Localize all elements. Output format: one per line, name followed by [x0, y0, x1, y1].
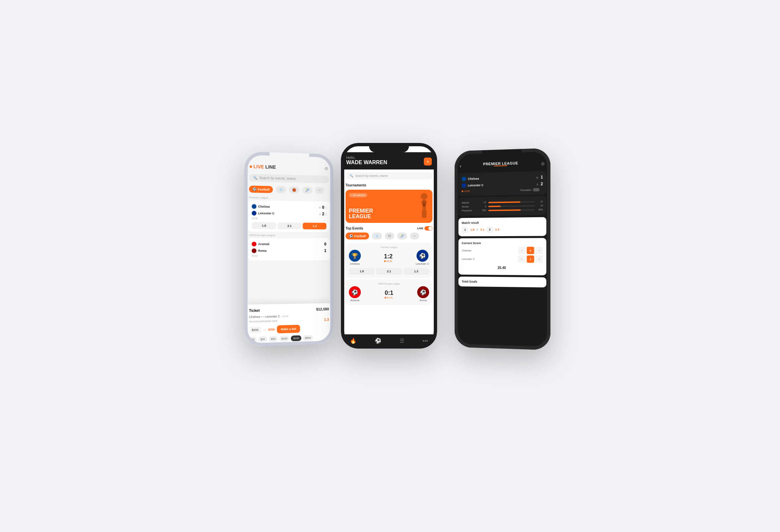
match3-time: 61:41: [385, 296, 393, 299]
translation-row: Translation: [471, 188, 543, 193]
chip-20[interactable]: $20: [258, 336, 267, 342]
leicester-name2: Leicester C: [416, 262, 429, 265]
basketball-icon: 🏀: [292, 188, 296, 192]
svg-rect-5: [424, 210, 427, 218]
nav-more[interactable]: •••: [423, 338, 428, 344]
chip-50[interactable]: $50: [269, 336, 278, 342]
shoots-fill: [488, 206, 500, 207]
phone2-search[interactable]: 🔍 Search by events, teams: [346, 172, 432, 180]
chevron-right-icon: ›: [351, 194, 352, 196]
translation-toggle[interactable]: [533, 188, 540, 192]
odds-1[interactable]: 1.8: [252, 222, 276, 229]
chip-500[interactable]: $500: [303, 335, 313, 341]
arsenal-match-time: 65:00: [252, 254, 326, 258]
football-icon2: ⚽: [349, 234, 353, 238]
shoots-bar: [488, 205, 535, 207]
tennis-icon: 🎾: [305, 188, 309, 192]
odds2-3[interactable]: 1.3: [403, 268, 429, 275]
team-chelsea: Chelsea: [252, 204, 270, 209]
svg-point-0: [421, 193, 428, 200]
filter2-2[interactable]: ❄️: [372, 233, 382, 239]
filter-more[interactable]: ···: [315, 187, 324, 194]
ticket-bet-type: Second participant wins: [249, 319, 278, 323]
cs-team2-opts: 0 1 2: [518, 255, 543, 263]
roma-score-num: 1: [324, 248, 327, 253]
search-icon2: 🔍: [349, 174, 353, 178]
more-icon: ···: [319, 189, 321, 192]
cs-opt-2[interactable]: 2: [518, 247, 525, 254]
cs-team2: Leicester C: [461, 257, 475, 260]
possession-fill: [488, 209, 521, 211]
mr-2[interactable]: 2: [486, 226, 493, 233]
phone1-search[interactable]: 🔍 Search by events, teams: [249, 174, 329, 183]
nav-fire[interactable]: 🔥: [350, 338, 356, 344]
filter-basketball[interactable]: 🏀: [289, 186, 299, 194]
cs-opt-1[interactable]: 1: [527, 255, 534, 263]
roma-score: 1: [324, 248, 327, 253]
cs-opt-4[interactable]: 4: [536, 247, 543, 254]
filter2-football[interactable]: ⚽ Football: [346, 233, 369, 239]
make-bet-button[interactable]: Make a bet: [277, 325, 300, 333]
phone3-match-card: Chelsea O 1 Leicester C 2: [458, 171, 546, 196]
filter2-3[interactable]: 🛡: [385, 233, 394, 239]
p3-leicester-logo: [461, 183, 466, 188]
roma-logo: [252, 248, 256, 253]
leicester-logo2: ⚽: [417, 250, 429, 262]
team-leicester: Leicester C: [252, 211, 274, 216]
cs-opt-3[interactable]: 3: [527, 247, 534, 254]
settings-icon[interactable]: ⚙: [324, 166, 328, 171]
nav-menu[interactable]: ☰: [400, 338, 404, 344]
total-price: 25.40: [461, 264, 543, 272]
p3-leicester-score: 2 2: [537, 182, 543, 186]
match2-league: Premier League: [349, 246, 429, 248]
nav-football[interactable]: ⚽: [375, 338, 381, 344]
filter2-4[interactable]: 🎾: [397, 233, 407, 239]
possession-val2: 30%: [537, 208, 543, 210]
league-title: PREMIER LEAGUE: [483, 161, 518, 166]
filter-football[interactable]: ⚽ Football: [249, 185, 273, 193]
mr-x-odds: 2.1: [480, 228, 484, 231]
live-dot2: [384, 260, 386, 262]
stats-section: Attacks 27 12 Shoots 6 16: [458, 196, 546, 216]
stat-possession: Possesion 70% 30%: [461, 208, 543, 211]
filter2-5[interactable]: ···: [410, 233, 419, 239]
chip-100[interactable]: $100: [279, 336, 290, 342]
mr-1[interactable]: 1: [461, 227, 468, 233]
odds-row: 1.8 2.1 1.3: [252, 222, 326, 230]
filter-football-label: Football: [258, 188, 269, 191]
leicester-score-num: 2: [322, 211, 324, 216]
odds2-1[interactable]: 1.8: [349, 268, 375, 275]
match2-team1: 🏆 Chelsea: [349, 250, 361, 265]
odds-3[interactable]: 1.3: [303, 223, 326, 229]
mr-1-odds: 1.8: [470, 228, 474, 232]
top-events-header: Top Events LIVE: [341, 224, 437, 233]
match2-card-chelsea: Premier League 🏆 Chelsea 1:2 49:30: [346, 243, 432, 278]
chip-200[interactable]: $200: [291, 335, 301, 341]
shoots-val1: 6: [481, 205, 487, 208]
cs-opt-2b[interactable]: 2: [536, 255, 543, 263]
filter-hockey[interactable]: ❄️: [276, 186, 286, 193]
cs-team1-opts: 2 3 4: [518, 247, 543, 254]
odds2-2[interactable]: 2.1: [376, 268, 402, 275]
match2-team2: ⚽ Leicester C: [416, 250, 429, 265]
odds-2[interactable]: 2.1: [278, 223, 301, 230]
match2-card-arsenal: UEFA Europa League ⚽ Arsenal 0:1 61:41: [346, 279, 432, 305]
svg-rect-4: [422, 210, 424, 218]
phone1-header: LIVE LINE ⚙: [244, 161, 334, 174]
p3-team-leicester: Leicester C: [461, 183, 484, 188]
live-toggle[interactable]: LIVE: [417, 226, 432, 231]
calc-from[interactable]: $200: [249, 326, 261, 333]
tournament-banner[interactable]: › All matches PREMIERLEAGUE: [346, 190, 432, 223]
mr-x: X: [476, 228, 478, 231]
player-silhouette: [399, 190, 432, 223]
add-button[interactable]: +: [424, 157, 432, 165]
filter-tennis[interactable]: 🎾: [302, 187, 313, 194]
settings-icon3[interactable]: ⚙: [541, 161, 545, 166]
all-matches-badge[interactable]: › All matches: [349, 193, 368, 197]
match-card-chelsea: Chelsea O 0 | Leicester C: [248, 200, 330, 232]
chip-5[interactable]: $5: [249, 337, 257, 343]
back-button[interactable]: ‹: [460, 163, 461, 169]
phone2-header: Hello, WADE WARREN +: [341, 152, 437, 170]
attacks-val1: 27: [481, 201, 487, 204]
cs-opt-0[interactable]: 0: [518, 255, 525, 263]
